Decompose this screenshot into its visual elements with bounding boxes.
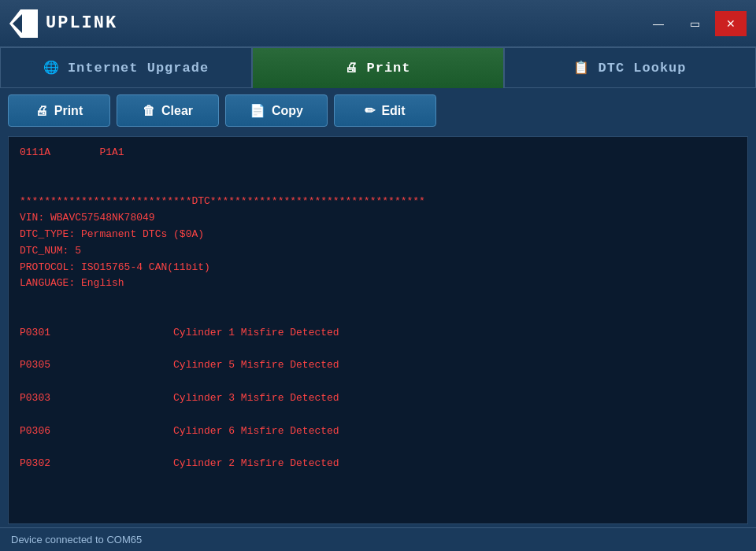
tab-print[interactable]: 🖨 Print xyxy=(252,47,504,88)
tab-print-label: Print xyxy=(366,61,410,76)
print-button[interactable]: 🖨 Print xyxy=(8,94,110,127)
copy-button[interactable]: 📄 Copy xyxy=(225,94,328,127)
toolbar: 🖨 Print 🗑 Clear 📄 Copy ✏ Edit xyxy=(0,88,756,133)
edit-button-icon: ✏ xyxy=(365,103,375,118)
tab-bar: 🌐 Internet Upgrade 🖨 Print 📋 DTC Lookup xyxy=(0,47,756,88)
copy-button-icon: 📄 xyxy=(250,103,265,118)
tab-internet-upgrade[interactable]: 🌐 Internet Upgrade xyxy=(0,47,252,88)
app-logo: UPLINK xyxy=(9,9,117,38)
internet-icon: 🌐 xyxy=(43,60,60,76)
content-area: 0111A P1A1 ****************************D… xyxy=(0,133,756,527)
clear-button[interactable]: 🗑 Clear xyxy=(117,94,219,127)
title-bar: UPLINK — ▭ ✕ xyxy=(0,0,756,47)
maximize-button[interactable]: ▭ xyxy=(679,11,710,36)
minimize-button[interactable]: — xyxy=(643,11,674,36)
clear-button-icon: 🗑 xyxy=(143,104,155,118)
edit-button-label: Edit xyxy=(381,104,405,118)
clear-button-label: Clear xyxy=(161,104,193,118)
app-title: UPLINK xyxy=(46,13,117,33)
window-controls: — ▭ ✕ xyxy=(643,11,747,36)
tab-dtc-lookup[interactable]: 📋 DTC Lookup xyxy=(504,47,756,88)
tab-internet-label: Internet Upgrade xyxy=(68,61,209,76)
print-tab-icon: 🖨 xyxy=(345,61,358,76)
print-button-label: Print xyxy=(54,104,83,118)
dtc-icon: 📋 xyxy=(573,60,590,76)
text-display[interactable]: 0111A P1A1 ****************************D… xyxy=(8,136,748,524)
tab-dtc-label: DTC Lookup xyxy=(598,61,686,76)
print-button-icon: 🖨 xyxy=(35,104,48,118)
status-bar: Device connected to COM65 xyxy=(0,527,756,551)
copy-button-label: Copy xyxy=(272,104,303,118)
edit-button[interactable]: ✏ Edit xyxy=(334,94,436,127)
status-text: Device connected to COM65 xyxy=(11,534,142,545)
close-button[interactable]: ✕ xyxy=(715,11,747,36)
logo-icon xyxy=(9,9,38,38)
